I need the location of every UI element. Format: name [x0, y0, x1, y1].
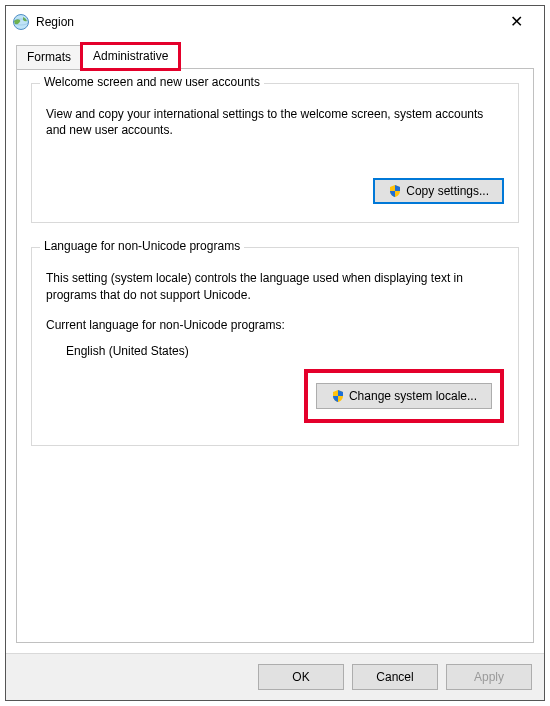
apply-button[interactable]: Apply [446, 664, 532, 690]
shield-icon [388, 184, 402, 198]
group-non-unicode-legend: Language for non-Unicode programs [40, 239, 244, 253]
globe-icon [12, 13, 30, 31]
dialog-buttons: OK Cancel Apply [6, 653, 544, 700]
cancel-label: Cancel [376, 670, 413, 684]
ok-button[interactable]: OK [258, 664, 344, 690]
group-non-unicode-desc: This setting (system locale) controls th… [46, 270, 504, 302]
close-icon[interactable]: ✕ [496, 14, 536, 30]
copy-settings-label: Copy settings... [406, 184, 489, 198]
ok-label: OK [292, 670, 309, 684]
copy-settings-button[interactable]: Copy settings... [373, 178, 504, 204]
titlebar: Region ✕ [6, 6, 544, 38]
group-non-unicode: Language for non-Unicode programs This s… [31, 247, 519, 446]
window-title: Region [36, 15, 496, 29]
tabpage-administrative: Welcome screen and new user accounts Vie… [16, 68, 534, 643]
tab-formats[interactable]: Formats [16, 45, 82, 70]
shield-icon [331, 389, 345, 403]
tabstrip: Formats Administrative [16, 44, 534, 69]
apply-label: Apply [474, 670, 504, 684]
region-dialog: Region ✕ Formats Administrative Welcome … [5, 5, 545, 701]
change-system-locale-label: Change system locale... [349, 389, 477, 403]
cancel-button[interactable]: Cancel [352, 664, 438, 690]
change-system-locale-button[interactable]: Change system locale... [316, 383, 492, 409]
group-welcome-screen: Welcome screen and new user accounts Vie… [31, 83, 519, 223]
tab-administrative-label: Administrative [93, 49, 168, 63]
client-area: Formats Administrative Welcome screen an… [6, 38, 544, 653]
tab-administrative[interactable]: Administrative [82, 44, 179, 69]
current-language-value: English (United States) [46, 343, 504, 359]
current-language-label: Current language for non-Unicode program… [46, 317, 504, 333]
tab-formats-label: Formats [27, 50, 71, 64]
group-welcome-legend: Welcome screen and new user accounts [40, 75, 264, 89]
group-welcome-desc: View and copy your international setting… [46, 106, 504, 138]
highlight-change-locale: Change system locale... [304, 369, 504, 423]
